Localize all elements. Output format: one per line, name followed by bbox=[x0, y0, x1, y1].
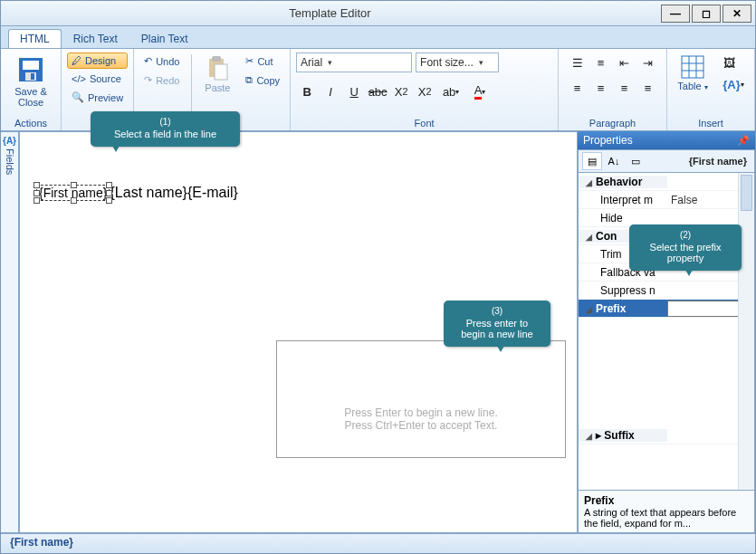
prop-row-selected[interactable]: Prefix▾ bbox=[579, 300, 754, 318]
source-icon: </> bbox=[72, 73, 86, 84]
callout-3: (3) Press enter to begin a new line bbox=[444, 301, 550, 347]
scrollbar[interactable] bbox=[738, 173, 754, 490]
group-font: Arial▾ Font size...▾ B I U abc X2 X2 ab▾… bbox=[291, 49, 559, 130]
field-icon: {A} bbox=[3, 136, 16, 146]
categorized-icon: ▤ bbox=[588, 156, 597, 167]
sort-icon: A↓ bbox=[608, 156, 620, 167]
undo-button[interactable]: ↶Undo bbox=[139, 53, 184, 70]
justify-button[interactable]: ≡ bbox=[637, 78, 659, 98]
callout-1: (1) Select a field in the line bbox=[91, 111, 240, 147]
numbered-icon: ≡ bbox=[598, 56, 605, 70]
chevron-down-icon: ▾ bbox=[479, 58, 483, 67]
group-actions: Save & Close Actions bbox=[1, 49, 62, 130]
underline-button[interactable]: U bbox=[343, 81, 365, 101]
close-button[interactable]: ✕ bbox=[723, 5, 751, 23]
cut-button[interactable]: ✂Cut bbox=[241, 53, 284, 70]
undo-icon: ↶ bbox=[144, 55, 152, 67]
pin-icon[interactable]: 📌 bbox=[737, 135, 750, 147]
svg-rect-6 bbox=[215, 64, 227, 80]
align-right-icon: ≡ bbox=[621, 81, 628, 95]
bold-button[interactable]: B bbox=[296, 81, 318, 101]
align-right-button[interactable]: ≡ bbox=[614, 78, 636, 98]
template-line[interactable]: {First name} {Last name}{E-mail} bbox=[36, 185, 238, 201]
tab-html[interactable]: HTML bbox=[8, 29, 62, 48]
alphabetical-button[interactable]: A↓ bbox=[604, 152, 624, 170]
maximize-button[interactable]: ◻ bbox=[692, 5, 721, 23]
outdent-button[interactable]: ⇤ bbox=[614, 53, 636, 72]
strike-button[interactable]: abc bbox=[367, 81, 388, 101]
section-behavior[interactable]: Behavior bbox=[579, 176, 667, 188]
design-button[interactable]: 🖊Design bbox=[67, 53, 128, 69]
preview-button[interactable]: 🔍Preview bbox=[67, 89, 128, 106]
section-suffix[interactable]: ▸ Suffix bbox=[579, 429, 667, 442]
bullets-icon: ☰ bbox=[572, 56, 583, 70]
italic-button[interactable]: I bbox=[320, 81, 341, 101]
status-bar: {First name} bbox=[1, 533, 755, 553]
align-left-button[interactable]: ≡ bbox=[567, 78, 589, 98]
highlight-button[interactable]: ab▾ bbox=[437, 81, 464, 101]
chevron-down-icon: ▾ bbox=[704, 83, 708, 91]
properties-toolbar: ▤ A↓ ▭ {First name} bbox=[578, 149, 755, 173]
redo-icon: ↷ bbox=[144, 74, 152, 86]
group-insert: Table ▾ 🖼 {A}▾ Insert bbox=[667, 49, 755, 130]
prop-row[interactable]: Suppress n bbox=[579, 282, 754, 300]
ribbon-tabs: HTML Rich Text Plain Text bbox=[1, 26, 755, 48]
callout-2: (2) Select the prefix property bbox=[629, 224, 742, 271]
field-button[interactable]: {A}▾ bbox=[718, 74, 749, 94]
tab-richtext[interactable]: Rich Text bbox=[62, 29, 129, 48]
properties-panel: Properties📌 ▤ A↓ ▭ {First name} Behavior… bbox=[578, 131, 755, 533]
paste-icon bbox=[206, 55, 228, 81]
subscript-button[interactable]: X2 bbox=[390, 81, 412, 101]
font-size-combo[interactable]: Font size...▾ bbox=[416, 53, 499, 72]
properties-header[interactable]: Properties📌 bbox=[578, 131, 755, 149]
paste-button[interactable]: Paste bbox=[199, 53, 235, 117]
bullets-button[interactable]: ☰ bbox=[567, 53, 589, 72]
window-buttons: — ◻ ✕ bbox=[659, 5, 751, 23]
categorized-button[interactable]: ▤ bbox=[582, 152, 602, 170]
preview-icon: 🔍 bbox=[72, 91, 84, 103]
chevron-down-icon: ▾ bbox=[328, 58, 332, 67]
font-color-icon: A bbox=[474, 83, 483, 100]
workspace: {A} Fields {First name} {Last name}{E-ma… bbox=[1, 131, 755, 533]
superscript-button[interactable]: X2 bbox=[414, 81, 435, 101]
source-button[interactable]: </>Source bbox=[67, 71, 128, 87]
cut-icon: ✂ bbox=[245, 55, 254, 67]
tab-plaintext[interactable]: Plain Text bbox=[129, 29, 200, 48]
prop-row[interactable]: Interpret mFalse bbox=[579, 191, 754, 209]
align-center-button[interactable]: ≡ bbox=[590, 78, 612, 98]
property-list[interactable]: Behavior Interpret mFalse Hide Con Trim … bbox=[578, 173, 755, 491]
font-color-button[interactable]: A▾ bbox=[466, 81, 493, 101]
editor-hint-2: Press Ctrl+Enter to accept Text. bbox=[345, 419, 498, 432]
prefix-editor-popup[interactable]: Press Enter to begin a new line. Press C… bbox=[276, 340, 566, 458]
field-icon: {A} bbox=[723, 78, 741, 91]
redo-button[interactable]: ↷Redo bbox=[139, 72, 184, 89]
indent-button[interactable]: ⇥ bbox=[637, 53, 659, 72]
property-description: Prefix A string of text that appears bef… bbox=[578, 491, 755, 533]
image-button[interactable]: 🖼 bbox=[718, 53, 740, 72]
svg-rect-1 bbox=[23, 61, 39, 70]
table-button[interactable]: Table ▾ bbox=[673, 53, 713, 117]
save-close-button[interactable]: Save & Close bbox=[6, 53, 55, 117]
table-icon bbox=[681, 55, 704, 79]
field-token-selected[interactable]: {First name} bbox=[36, 185, 110, 201]
justify-icon: ≡ bbox=[645, 81, 652, 95]
copy-button[interactable]: ⧉Copy bbox=[241, 72, 284, 89]
titlebar: Template Editor — ◻ ✕ bbox=[1, 1, 755, 26]
numbered-button[interactable]: ≡ bbox=[590, 53, 612, 72]
highlight-icon: ab bbox=[443, 85, 455, 99]
minimize-button[interactable]: — bbox=[661, 5, 690, 23]
fields-tab[interactable]: {A} Fields bbox=[1, 131, 19, 533]
property-pages-button[interactable]: ▭ bbox=[626, 152, 646, 170]
field-token[interactable]: {E-mail} bbox=[187, 185, 238, 200]
pages-icon: ▭ bbox=[631, 156, 640, 167]
scroll-thumb[interactable] bbox=[741, 175, 752, 211]
group-paragraph: ☰ ≡ ⇤ ⇥ ≡ ≡ ≡ ≡ Paragraph bbox=[559, 49, 667, 130]
app-title: Template Editor bbox=[1, 6, 659, 20]
design-icon: 🖊 bbox=[72, 55, 81, 66]
save-icon bbox=[16, 55, 45, 84]
svg-rect-5 bbox=[212, 56, 221, 62]
field-token[interactable]: {Last name} bbox=[110, 185, 187, 200]
font-name-combo[interactable]: Arial▾ bbox=[296, 53, 412, 72]
outdent-icon: ⇤ bbox=[619, 56, 629, 70]
properties-context: {First name} bbox=[689, 156, 751, 167]
